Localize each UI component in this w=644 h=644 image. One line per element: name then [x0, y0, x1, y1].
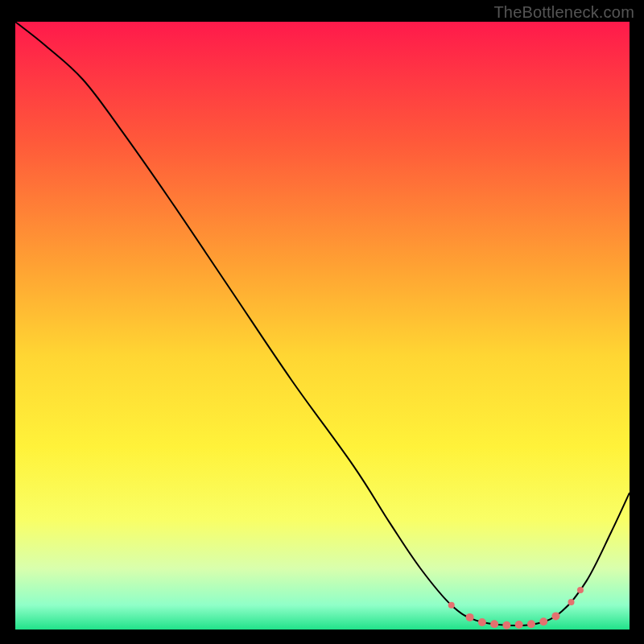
data-marker	[551, 612, 559, 620]
data-marker	[577, 587, 584, 593]
bottleneck-chart	[0, 0, 644, 644]
chart-background	[15, 22, 630, 630]
chart-stage: TheBottleneck.com	[0, 0, 644, 644]
data-marker	[515, 621, 523, 629]
data-marker	[466, 613, 474, 621]
data-marker	[490, 620, 498, 628]
data-marker	[568, 599, 575, 605]
data-marker	[448, 602, 455, 609]
data-marker	[502, 621, 510, 630]
data-marker	[478, 618, 486, 626]
data-marker	[539, 617, 547, 625]
data-marker	[527, 620, 535, 628]
